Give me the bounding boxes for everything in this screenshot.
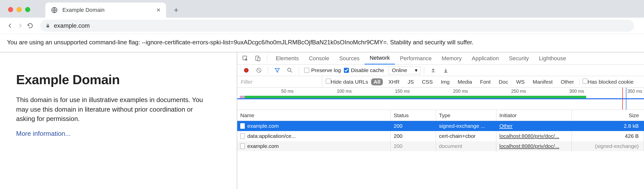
has-blocked-cookies-checkbox[interactable]: Has blocked cookie <box>583 79 633 85</box>
filter-type-manifest[interactable]: Manifest <box>530 78 555 85</box>
back-button[interactable] <box>5 21 15 31</box>
devtools-tab-lighthouse[interactable]: Lighthouse <box>534 52 571 65</box>
page-heading: Example Domain <box>16 72 225 87</box>
page-viewport: Example Domain This domain is for use in… <box>0 52 237 189</box>
devtools-tab-application[interactable]: Application <box>467 52 504 65</box>
address-bar[interactable]: example.com <box>40 20 634 32</box>
request-size: 426 B <box>572 131 644 141</box>
filter-type-font[interactable]: Font <box>477 78 493 85</box>
close-window-button[interactable] <box>8 7 13 12</box>
column-header-status[interactable]: Status <box>391 110 436 121</box>
flag-warning-bar: You are using an unsupported command-lin… <box>0 34 644 52</box>
hide-data-urls-checkbox[interactable]: Hide data URLs <box>326 79 368 85</box>
clear-button[interactable] <box>253 65 264 76</box>
network-table: NameStatusTypeInitiatorSize example.com2… <box>237 110 644 189</box>
request-status: 200 <box>391 121 436 131</box>
file-icon <box>240 143 245 149</box>
devtools-tab-security[interactable]: Security <box>504 52 534 65</box>
url-text: example.com <box>54 22 90 29</box>
record-button[interactable] <box>241 65 252 76</box>
device-toolbar-icon[interactable] <box>252 53 263 64</box>
timeline-domcontent-marker <box>626 88 626 110</box>
column-header-size[interactable]: Size <box>572 110 644 121</box>
devtools-tabs: ElementsConsoleSourcesNetworkPerformance… <box>237 52 644 65</box>
filter-type-img[interactable]: Img <box>438 78 452 85</box>
file-icon <box>240 133 245 139</box>
timeline-tick: 250 ms <box>470 88 528 95</box>
chevron-down-icon: ▾ <box>415 67 418 73</box>
timeline-tick: 50 ms <box>237 88 295 95</box>
inspect-element-icon[interactable] <box>240 53 251 64</box>
filter-type-css[interactable]: CSS <box>419 78 435 85</box>
request-initiator[interactable]: localhost:8080/priv/doc/... <box>496 131 572 141</box>
filter-type-js[interactable]: JS <box>405 78 416 85</box>
devtools-tab-performance[interactable]: Performance <box>395 52 437 65</box>
devtools-tab-sources[interactable]: Sources <box>334 52 365 65</box>
lock-icon <box>45 23 50 28</box>
timeline-segment <box>245 96 586 98</box>
maximize-window-button[interactable] <box>25 7 30 12</box>
preserve-log-checkbox[interactable]: Preserve log <box>304 67 341 73</box>
devtools-tab-memory[interactable]: Memory <box>437 52 467 65</box>
page-body-text: This domain is for use in illustrative e… <box>16 95 207 124</box>
network-request-row[interactable]: example.com200documentlocalhost:8080/pri… <box>237 141 644 151</box>
window-controls <box>8 7 30 12</box>
file-icon <box>240 123 245 129</box>
network-request-row[interactable]: example.com200signed-exchange ...Other2.… <box>237 121 644 131</box>
timeline-segment <box>237 98 644 99</box>
column-header-initiator[interactable]: Initiator <box>496 110 572 121</box>
filter-type-ws[interactable]: WS <box>514 78 527 85</box>
browser-tab[interactable]: Example Domain × <box>45 3 166 18</box>
devtools-tab-elements[interactable]: Elements <box>271 52 304 65</box>
request-status: 200 <box>391 141 436 151</box>
search-icon[interactable] <box>284 65 295 76</box>
timeline-tick: 350 ms <box>586 88 644 95</box>
timeline-tick: 100 ms <box>295 88 353 95</box>
download-icon[interactable] <box>440 65 451 76</box>
throttle-label: Online <box>392 67 407 73</box>
throttle-select[interactable]: Online▾ <box>388 66 420 74</box>
filter-type-xhr[interactable]: XHR <box>386 78 402 85</box>
tab-title: Example Domain <box>62 7 156 13</box>
svg-point-6 <box>288 68 291 71</box>
network-request-row[interactable]: data:application/ce...200cert-chain+cbor… <box>237 131 644 141</box>
filter-type-media[interactable]: Media <box>455 78 474 85</box>
reload-button[interactable] <box>25 21 35 31</box>
timeline-tick: 150 ms <box>353 88 412 95</box>
request-name: example.com <box>247 143 279 149</box>
more-information-link[interactable]: More information... <box>16 130 71 137</box>
upload-icon[interactable] <box>428 65 439 76</box>
request-type: signed-exchange ... <box>436 121 496 131</box>
new-tab-button[interactable]: + <box>171 5 181 15</box>
timeline-load-marker <box>622 88 623 110</box>
tab-strip: Example Domain × + <box>0 0 644 18</box>
request-type: cert-chain+cbor <box>436 131 496 141</box>
filter-input[interactable]: Filter <box>237 76 322 88</box>
request-initiator[interactable]: localhost:8080/priv/doc/... <box>496 141 572 151</box>
hide-data-urls-label: Hide data URLs <box>331 79 368 85</box>
column-header-type[interactable]: Type <box>436 110 496 121</box>
request-size: (signed-exchange) <box>572 141 644 151</box>
disable-cache-checkbox[interactable]: Disable cache <box>344 67 384 73</box>
filter-icon[interactable] <box>272 65 283 76</box>
column-header-name[interactable]: Name <box>237 110 391 121</box>
globe-icon <box>51 7 58 14</box>
navigation-bar: example.com <box>0 18 644 34</box>
close-tab-button[interactable]: × <box>156 7 160 14</box>
filter-type-all[interactable]: All <box>371 78 383 85</box>
network-timeline[interactable]: 50 ms100 ms150 ms200 ms250 ms300 ms350 m… <box>237 88 644 110</box>
filter-type-doc[interactable]: Doc <box>496 78 510 85</box>
devtools-tab-console[interactable]: Console <box>304 52 334 65</box>
request-initiator[interactable]: Other <box>496 121 572 131</box>
devtools-tab-network[interactable]: Network <box>365 52 395 65</box>
request-size: 2.8 kB <box>572 121 644 131</box>
filter-type-other[interactable]: Other <box>558 78 577 85</box>
request-name: example.com <box>247 123 279 129</box>
request-type: document <box>436 141 496 151</box>
has-blocked-cookies-label: Has blocked cookie <box>588 79 633 85</box>
devtools-panel: ElementsConsoleSourcesNetworkPerformance… <box>237 52 644 189</box>
preserve-log-label: Preserve log <box>311 67 341 73</box>
forward-button[interactable] <box>15 21 25 31</box>
minimize-window-button[interactable] <box>17 7 22 12</box>
network-toolbar: Preserve log Disable cache Online▾ <box>237 65 644 76</box>
